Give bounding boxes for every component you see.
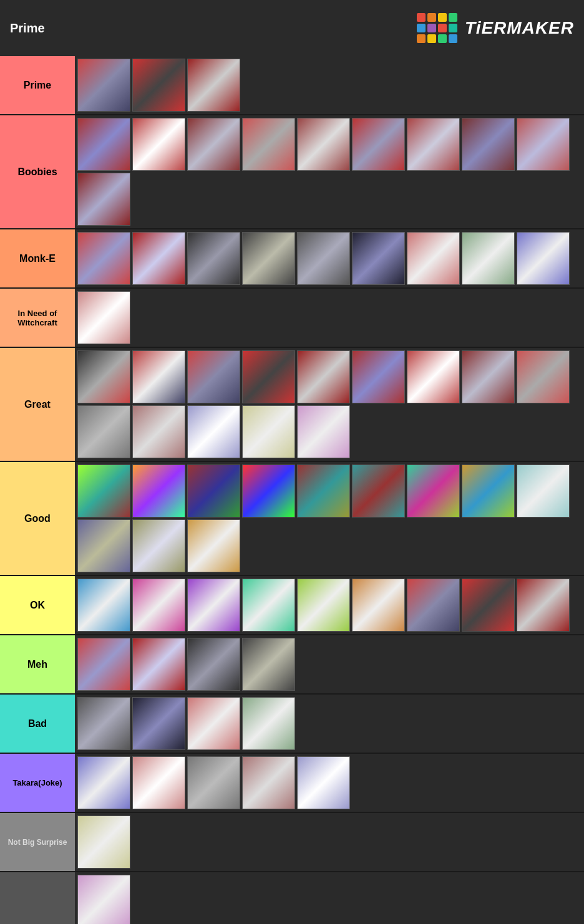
- list-item[interactable]: [187, 697, 240, 750]
- logo-cell: [438, 34, 447, 43]
- tier-row-prime: Prime: [0, 56, 584, 115]
- tier-label-prime: Prime: [0, 56, 75, 114]
- list-item[interactable]: [352, 350, 405, 403]
- list-item[interactable]: [242, 118, 295, 171]
- logo-cell: [427, 13, 436, 22]
- tier-row-meh: Meh: [0, 635, 584, 695]
- list-item[interactable]: [132, 405, 185, 458]
- tier-content-great: [75, 348, 584, 461]
- list-item[interactable]: [187, 118, 240, 171]
- list-item[interactable]: [462, 232, 515, 285]
- tier-content-ok: [75, 576, 584, 634]
- list-item[interactable]: [77, 697, 130, 750]
- list-item[interactable]: [132, 697, 185, 750]
- list-item[interactable]: [462, 464, 515, 517]
- list-item[interactable]: [187, 464, 240, 517]
- list-item[interactable]: [77, 232, 130, 285]
- list-item[interactable]: [517, 464, 570, 517]
- list-item[interactable]: [132, 350, 185, 403]
- list-item[interactable]: [132, 232, 185, 285]
- list-item[interactable]: [352, 232, 405, 285]
- list-item[interactable]: [242, 405, 295, 458]
- tier-row-good: Good: [0, 462, 584, 576]
- logo-cell: [449, 13, 457, 22]
- list-item[interactable]: [517, 232, 570, 285]
- list-item[interactable]: [242, 697, 295, 750]
- list-item[interactable]: [297, 579, 350, 632]
- tier-label-bad: Bad: [0, 695, 75, 753]
- list-item[interactable]: [462, 118, 515, 171]
- list-item[interactable]: [407, 232, 460, 285]
- list-item[interactable]: [77, 350, 130, 403]
- list-item[interactable]: [132, 59, 185, 112]
- tier-content-prime: [75, 56, 584, 114]
- list-item[interactable]: [187, 350, 240, 403]
- list-item[interactable]: [77, 875, 130, 924]
- tier-content-notbig: [75, 813, 584, 871]
- list-item[interactable]: [132, 579, 185, 632]
- list-item[interactable]: [187, 638, 240, 691]
- list-item[interactable]: [242, 350, 295, 403]
- list-item[interactable]: [297, 464, 350, 517]
- list-item[interactable]: [77, 173, 130, 226]
- list-item[interactable]: [132, 464, 185, 517]
- tier-content-bad: [75, 695, 584, 753]
- logo-cell: [449, 24, 457, 32]
- list-item[interactable]: [407, 118, 460, 171]
- list-item[interactable]: [77, 816, 130, 869]
- logo-cell: [449, 34, 457, 43]
- list-item[interactable]: [297, 350, 350, 403]
- logo-cell: [417, 34, 426, 43]
- tiermaker-logo-text: TiERMAKER: [465, 18, 574, 38]
- tier-content-boobies: [75, 115, 584, 228]
- list-item[interactable]: [77, 464, 130, 517]
- list-item[interactable]: [132, 638, 185, 691]
- list-item[interactable]: [77, 756, 130, 809]
- list-item[interactable]: [77, 59, 130, 112]
- list-item[interactable]: [77, 291, 130, 344]
- list-item[interactable]: [407, 464, 460, 517]
- list-item[interactable]: [352, 579, 405, 632]
- tier-label-witchcraft: In Need of Witchcraft: [0, 289, 75, 347]
- list-item[interactable]: [517, 579, 570, 632]
- list-item[interactable]: [242, 464, 295, 517]
- list-item[interactable]: [517, 350, 570, 403]
- list-item[interactable]: [297, 405, 350, 458]
- list-item[interactable]: [132, 118, 185, 171]
- list-item[interactable]: [297, 232, 350, 285]
- logo-cell: [427, 24, 436, 32]
- list-item[interactable]: [77, 579, 130, 632]
- list-item[interactable]: [132, 756, 185, 809]
- list-item[interactable]: [517, 118, 570, 171]
- list-item[interactable]: [187, 519, 240, 572]
- tier-label-meh: Meh: [0, 635, 75, 693]
- list-item[interactable]: [297, 118, 350, 171]
- list-item[interactable]: [407, 579, 460, 632]
- list-item[interactable]: [407, 350, 460, 403]
- list-item[interactable]: [77, 519, 130, 572]
- list-item[interactable]: [187, 59, 240, 112]
- list-item[interactable]: [77, 118, 130, 171]
- list-item[interactable]: [132, 519, 185, 572]
- list-item[interactable]: [187, 756, 240, 809]
- list-item[interactable]: [462, 350, 515, 403]
- list-item[interactable]: [352, 464, 405, 517]
- list-item[interactable]: [242, 579, 295, 632]
- list-item[interactable]: [187, 405, 240, 458]
- list-item[interactable]: [297, 756, 350, 809]
- list-item[interactable]: [242, 638, 295, 691]
- list-item[interactable]: [242, 232, 295, 285]
- list-item[interactable]: [352, 118, 405, 171]
- tier-row-takara: Takara(Joke): [0, 754, 584, 813]
- list-item[interactable]: [77, 405, 130, 458]
- logo-cell: [438, 24, 447, 32]
- logo-cell: [417, 13, 426, 22]
- list-item[interactable]: [242, 756, 295, 809]
- list-item[interactable]: [77, 638, 130, 691]
- list-item[interactable]: [187, 579, 240, 632]
- tier-label-good: Good: [0, 462, 75, 575]
- tier-row-monke: Monk-E: [0, 229, 584, 289]
- tier-row-notbig: Not Big Surprise: [0, 813, 584, 872]
- list-item[interactable]: [462, 579, 515, 632]
- list-item[interactable]: [187, 232, 240, 285]
